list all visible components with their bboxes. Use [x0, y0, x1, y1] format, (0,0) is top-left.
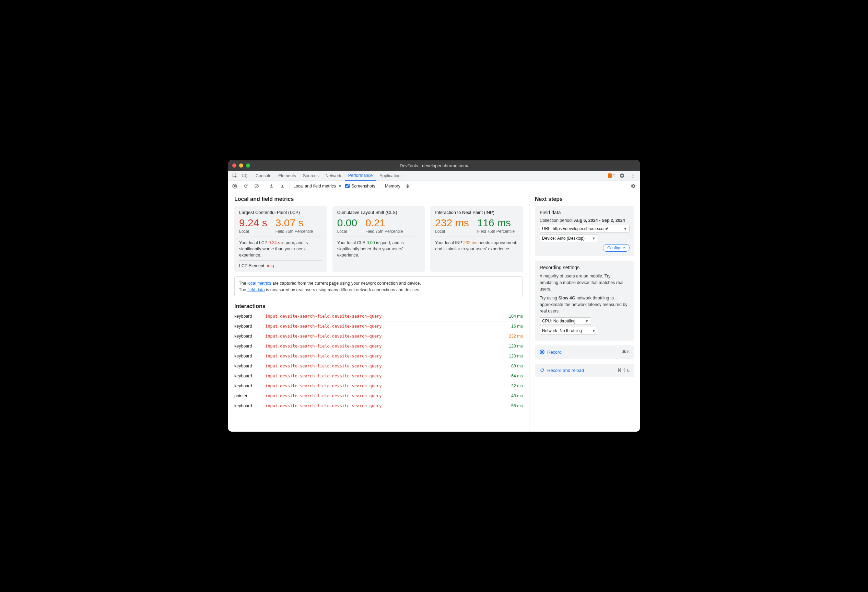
svg-line-9 [255, 185, 258, 187]
metric-local-label: Local [337, 229, 357, 234]
panel-settings-icon[interactable] [630, 182, 637, 190]
cpu-throttling-selector[interactable]: CPU: No throttling ▼ [540, 317, 591, 325]
interaction-duration: 32 ms [499, 383, 523, 388]
memory-checkbox[interactable]: Memory [379, 184, 400, 188]
warning-badge-icon: ! [608, 173, 612, 178]
svg-rect-2 [246, 175, 247, 178]
interaction-row[interactable]: keyboard input.devsite-search-field.devs… [234, 311, 523, 321]
record-reload-shortcut: ⌘ ⇧ E [617, 368, 630, 373]
metrics-view-label: Local and field metrics [293, 184, 336, 188]
upload-icon[interactable] [267, 182, 275, 190]
metric-local-value: 232 ms [435, 217, 469, 228]
interaction-duration: 56 ms [499, 404, 523, 408]
tab-console[interactable]: Console [252, 171, 275, 181]
metric-description: Your local CLS 0.00 is good, and is sign… [337, 240, 420, 258]
tab-elements[interactable]: Elements [275, 171, 300, 181]
screenshots-checkbox[interactable]: Screenshots [345, 184, 375, 188]
lcp-element-tag[interactable]: img [267, 263, 274, 268]
collection-period-value: Aug 6, 2024 - Sep 2, 2024 [574, 218, 625, 223]
side-panel: Next steps Field data Collection period:… [529, 191, 640, 432]
info-text: The [239, 281, 247, 286]
record-action[interactable]: Record [547, 349, 562, 355]
devtools-tabbar: ConsoleElementsSourcesNetworkPerformance… [228, 171, 640, 181]
content-area: Local and field metrics Largest Contentf… [228, 191, 640, 432]
tab-application[interactable]: Application [376, 171, 404, 181]
recording-settings-title: Recording settings [540, 265, 630, 270]
interaction-type: keyboard [234, 354, 265, 358]
devtools-window: DevTools - developer.chrome.com/ Console… [228, 160, 640, 432]
network-throttling-selector[interactable]: Network: No throttling ▼ [540, 327, 598, 334]
interaction-selector: input.devsite-search-field.devsite-searc… [265, 334, 499, 339]
inspect-element-icon[interactable] [231, 172, 239, 180]
device-selector[interactable]: Device: Auto (Desktop) ▼ [540, 235, 598, 242]
more-icon[interactable] [629, 172, 637, 180]
interaction-row[interactable]: keyboard input.devsite-search-field.devs… [234, 341, 523, 351]
info-text: The [239, 287, 247, 292]
record-reload-panel: Record and reload ⌘ ⇧ E [535, 364, 634, 377]
screenshots-checkbox-input[interactable] [345, 184, 350, 188]
metric-local-value: 0.00 [337, 217, 357, 228]
interaction-duration: 64 ms [499, 374, 523, 379]
record-reload-action[interactable]: Record and reload [547, 368, 584, 373]
tab-network[interactable]: Network [322, 171, 345, 181]
tab-sources[interactable]: Sources [300, 171, 322, 181]
local-metrics-link[interactable]: local metrics [247, 281, 271, 286]
memory-label: Memory [385, 184, 400, 188]
device-toolbar-icon[interactable] [241, 172, 249, 180]
metric-description: Your local LCP 9.24 s is poor, and is si… [239, 240, 322, 258]
interaction-row[interactable]: pointer input.devsite-search-field.devsi… [234, 391, 523, 401]
interaction-row[interactable]: keyboard input.devsite-search-field.devs… [234, 332, 523, 341]
toolbar-divider [264, 184, 264, 189]
metrics-info-box: The local metrics are captured from the … [234, 277, 523, 297]
metric-field-value: 0.21 [365, 217, 403, 228]
memory-checkbox-input[interactable] [379, 184, 383, 188]
metric-card: Cumulative Layout Shift (CLS) 0.00 Local… [332, 206, 425, 272]
metric-card: Interaction to Next Paint (INP) 232 ms L… [430, 206, 523, 272]
metric-card-title: Interaction to Next Paint (INP) [435, 210, 518, 215]
interaction-type: keyboard [234, 383, 265, 388]
interaction-duration: 120 ms [499, 354, 523, 358]
configure-button[interactable]: Configure [603, 244, 630, 252]
main-panel: Local and field metrics Largest Contentf… [228, 191, 529, 432]
performance-toolbar: Local and field metrics ▼ Screenshots Me… [228, 181, 640, 191]
clear-icon[interactable] [253, 182, 260, 190]
interaction-row[interactable]: keyboard input.devsite-search-field.devs… [234, 371, 523, 381]
metric-field-label: Field 75th Percentile [365, 229, 403, 234]
record-panel: Record ⌘ E [535, 345, 634, 359]
url-selector[interactable]: URL: https://developer.chrome.com/ ▼ [540, 225, 630, 232]
chevron-down-icon: ▼ [592, 236, 596, 240]
tab-performance[interactable]: Performance [345, 171, 376, 181]
interaction-selector: input.devsite-search-field.devsite-searc… [265, 374, 499, 379]
metric-field-label: Field 75th Percentile [276, 229, 313, 234]
info-text: are captured from the current page using… [271, 281, 421, 286]
metric-local-label: Local [239, 229, 267, 234]
settings-icon[interactable] [618, 172, 626, 180]
interaction-row[interactable]: keyboard input.devsite-search-field.devs… [234, 401, 523, 411]
chevron-down-icon: ▼ [585, 319, 589, 323]
lcp-element-label: LCP Element [239, 263, 264, 268]
garbage-collect-icon[interactable] [404, 182, 411, 190]
metrics-cards: Largest Contentful Paint (LCP) 9.24 s Lo… [234, 206, 523, 272]
interaction-type: keyboard [234, 364, 265, 369]
issues-indicator[interactable]: ! 1 [608, 173, 615, 178]
download-icon[interactable] [279, 182, 286, 190]
record-button-icon[interactable] [231, 182, 238, 190]
cpu-label: CPU: [542, 319, 552, 324]
interaction-duration: 48 ms [499, 394, 523, 398]
field-data-link[interactable]: field data [247, 287, 265, 292]
interaction-duration: 88 ms [499, 364, 523, 369]
interaction-row[interactable]: keyboard input.devsite-search-field.devs… [234, 381, 523, 391]
interaction-row[interactable]: keyboard input.devsite-search-field.devs… [234, 351, 523, 361]
interactions-list: keyboard input.devsite-search-field.devs… [234, 311, 523, 411]
interaction-row[interactable]: keyboard input.devsite-search-field.devs… [234, 361, 523, 371]
reload-record-icon[interactable] [242, 182, 249, 190]
interaction-row[interactable]: keyboard input.devsite-search-field.devs… [234, 321, 523, 332]
interaction-duration: 104 ms [499, 314, 523, 319]
svg-point-4 [633, 175, 634, 176]
recording-hint-mobile: A majority of users are on mobile. Try e… [540, 273, 630, 292]
metrics-view-selector[interactable]: Local and field metrics ▼ [293, 184, 342, 188]
metric-field-value: 3.07 s [276, 217, 313, 228]
side-heading: Next steps [535, 196, 634, 202]
network-value: No throttling [559, 328, 582, 333]
chevron-down-icon: ▼ [592, 329, 596, 333]
